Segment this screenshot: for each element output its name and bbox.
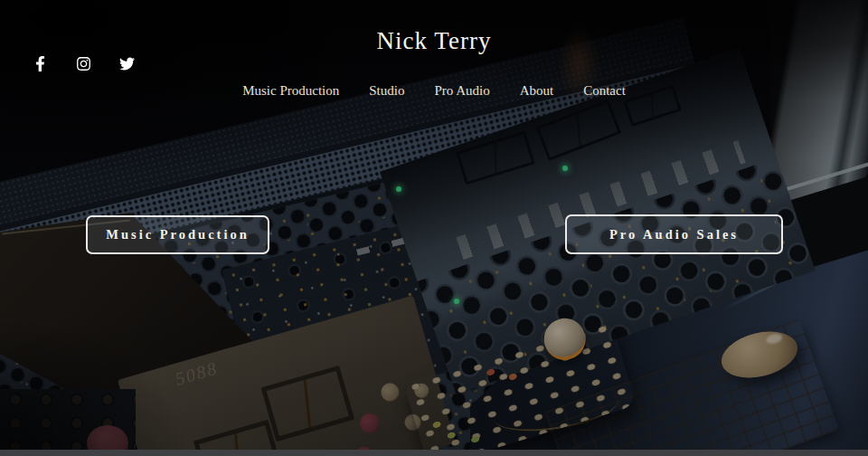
- green-led: [562, 166, 568, 171]
- social-links: [33, 56, 135, 71]
- twitter-icon[interactable]: [119, 56, 135, 71]
- page-title: Nick Terry: [0, 0, 868, 55]
- nav-item-contact[interactable]: Contact: [583, 83, 626, 99]
- console-model-label: 5088: [173, 357, 220, 389]
- nav-item-music-production[interactable]: Music Production: [242, 83, 339, 99]
- nav-item-pro-audio[interactable]: Pro Audio: [434, 83, 489, 99]
- nav-item-studio[interactable]: Studio: [369, 83, 404, 99]
- pro-audio-sales-button[interactable]: Pro Audio Sales: [565, 214, 783, 254]
- music-production-button[interactable]: Music Production: [86, 215, 269, 254]
- main-nav: Music Production Studio Pro Audio About …: [0, 83, 868, 99]
- hero-section: 5088 Nick Terry: [0, 0, 868, 456]
- site-header: Nick Terry Music Production Studio Pro A…: [0, 0, 868, 55]
- beige-knob: [379, 381, 401, 404]
- nav-item-about[interactable]: About: [520, 83, 554, 99]
- red-knob: [357, 411, 382, 435]
- green-led: [454, 299, 459, 304]
- amber-vu-meter: [261, 366, 355, 442]
- facebook-icon[interactable]: [33, 56, 48, 71]
- instagram-icon[interactable]: [76, 56, 91, 71]
- bottom-bar: [0, 450, 868, 456]
- green-led: [396, 186, 401, 192]
